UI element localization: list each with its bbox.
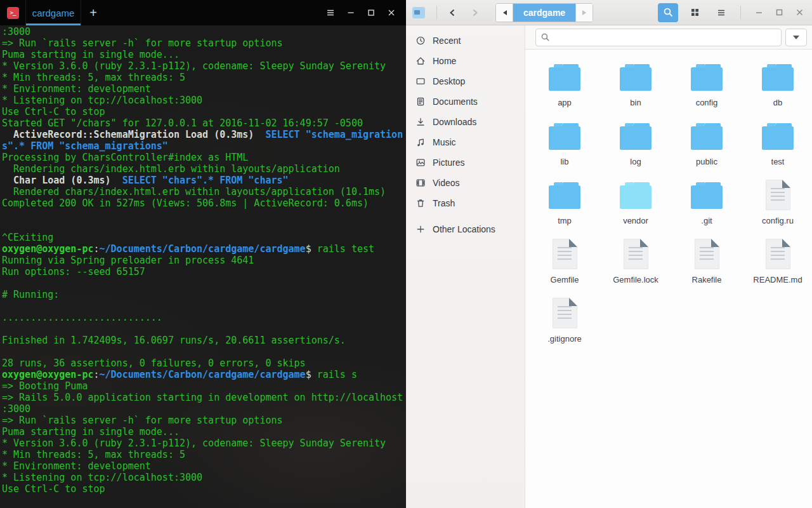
sidebar-item-label: Music [433,137,456,147]
terminal-window-controls [324,0,406,25]
folder-icon [620,185,652,209]
terminal-output[interactable]: :3000=> Run `rails server -h` for more s… [0,25,406,508]
terminal-tab-bar: >_ cardgame + [0,0,406,25]
search-options-dropdown[interactable] [785,29,807,46]
terminal-line: :3000 [2,26,406,37]
file-item-Gemfile.lock[interactable]: Gemfile.lock [600,236,671,295]
file-item-label: vendor [623,216,648,225]
picture-icon [416,157,426,168]
desktop: >_ cardgame + [0,0,812,508]
search-toggle-button[interactable] [658,3,678,22]
file-item-label: Rakefile [692,275,722,284]
terminal-line: ActiveRecord::SchemaMigration Load (0.3m… [2,129,406,140]
file-item-label: Gemfile [551,275,579,284]
text-file-icon [766,180,790,210]
files-close-button[interactable] [793,6,806,19]
terminal-line: :3000 [2,403,406,415]
file-item-log[interactable]: log [600,117,671,177]
terminal-tab-cardgame[interactable]: cardgame [25,0,81,25]
sidebar-item-videos[interactable]: Videos [406,173,525,193]
file-grid: appbinconfigdbliblogpublictesttmpvendor.… [525,50,812,508]
file-item-vendor[interactable]: vendor [600,177,671,236]
terminal-line: Char Load (0.3ms) SELECT "chars".* FROM … [2,175,406,186]
sidebar-item-trash[interactable]: Trash [406,193,525,213]
text-file-icon [553,298,577,328]
file-item-label: db [773,98,782,107]
file-item-Rakefile[interactable]: Rakefile [671,236,742,295]
search-input[interactable] [554,29,781,46]
sidebar-item-downloads[interactable]: Downloads [406,112,525,132]
file-item-tmp[interactable]: tmp [529,177,600,236]
sidebar-item-label: Other Locations [433,224,495,234]
sidebar-item-other-locations[interactable]: Other Locations [406,219,525,239]
grid-view-button[interactable] [684,3,705,22]
sidebar-item-pictures[interactable]: Pictures [406,152,525,173]
file-item-db[interactable]: db [742,58,812,117]
file-item-label: Gemfile.lock [613,275,658,284]
terminal-close-button[interactable] [384,6,398,20]
terminal-menu-icon[interactable] [324,6,337,20]
file-item-README.md[interactable]: README.md [742,236,812,295]
toolbar-separator [740,6,741,20]
file-item-bin[interactable]: bin [600,58,671,117]
sidebar-item-recent[interactable]: Recent [406,30,525,51]
sidebar-item-label: Home [433,56,456,66]
terminal-line: => Booting Puma [2,380,406,392]
file-item-public[interactable]: public [671,117,742,177]
back-button[interactable] [442,3,464,22]
search-field[interactable] [535,29,782,46]
terminal-line [2,277,406,289]
file-item-test[interactable]: test [742,117,812,177]
file-item-lib[interactable]: lib [529,117,600,177]
file-item-label: config [696,98,718,107]
terminal-minimize-button[interactable] [344,6,358,20]
files-minimize-button[interactable] [752,6,765,19]
terminal-line: Rendering chars/index.html.erb within la… [2,163,406,175]
terminal-line: => Rails 5.0.0 application starting in d… [2,392,406,403]
terminal-line: oxygen@oxygen-pc:~/Documents/Carbon/card… [2,369,406,380]
text-file-icon [624,239,648,269]
files-maximize-button[interactable] [773,6,785,19]
sidebar-item-music[interactable]: Music [406,132,525,152]
sidebar-item-label: Recent [433,36,461,46]
file-item-label: README.md [753,275,802,284]
terminal-line: Finished in 1.742409s, 16.0697 runs/s, 2… [2,335,406,346]
file-item-config[interactable]: config [671,58,742,117]
file-item-label: test [771,157,785,166]
terminal-line: * Environment: development [2,460,406,472]
files-window-controls [752,6,806,19]
terminal-line: ............................ [2,312,406,323]
terminal-maximize-button[interactable] [364,6,378,20]
menu-button[interactable] [711,3,731,22]
terminal-line: => Run `rails server -h` for more startu… [2,37,406,49]
terminal-line: Processing by CharsController#index as H… [2,152,406,163]
folder-icon [691,67,723,91]
terminal-line: Run options: --seed 65157 [2,266,406,277]
sidebar-item-documents[interactable]: Documents [406,91,525,112]
file-item-Gemfile[interactable]: Gemfile [529,236,600,295]
terminal-line [2,300,406,312]
file-item-label: config.ru [762,216,794,225]
sidebar-item-label: Downloads [433,117,476,127]
sidebar-item-desktop[interactable]: Desktop [406,71,525,91]
path-scroll-right-button[interactable] [576,4,593,22]
sidebar-item-label: Videos [433,178,460,188]
forward-button[interactable] [464,3,485,22]
folder-icon [762,67,794,91]
terminal-line: Puma starting in single mode... [2,49,406,60]
sidebar-item-home[interactable]: Home [406,51,525,71]
text-file-icon [766,239,790,269]
terminal-line [2,323,406,335]
file-item-label: tmp [558,216,572,225]
file-item-app[interactable]: app [529,58,600,117]
terminal-line: * Listening on tcp://localhost:3000 [2,95,406,106]
path-current-dir-button[interactable]: cardgame [513,4,576,22]
plus-icon [416,224,426,234]
folder-icon [691,126,723,150]
file-item-config.ru[interactable]: config.ru [742,177,812,236]
terminal-line: * Listening on tcp://localhost:3000 [2,472,406,483]
file-item-.git[interactable]: .git [671,177,742,236]
new-tab-button[interactable]: + [81,0,105,25]
path-scroll-left-button[interactable] [496,4,513,22]
file-item-.gitignore[interactable]: .gitignore [529,295,600,354]
